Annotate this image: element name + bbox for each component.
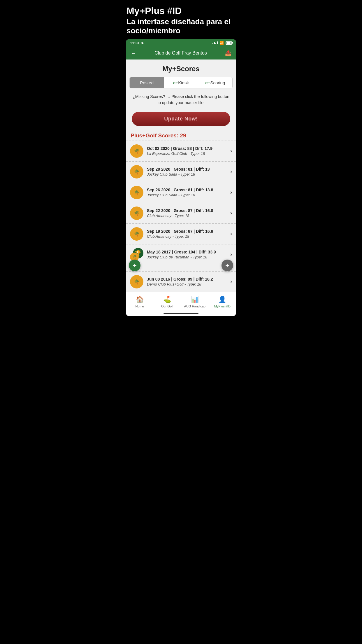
score-sub: Demo Club Plus+Golf - Type: 18 — [147, 282, 227, 286]
battery-fill — [226, 42, 231, 44]
wifi-icon: 📶 — [219, 41, 224, 45]
hero-subtitle: La interfase diseñada para el socio/miem… — [126, 17, 236, 35]
avatar: 🌴 — [130, 275, 143, 288]
update-now-button[interactable]: Update Now! — [132, 112, 230, 126]
avatar-group: 🏆 🌴 — [130, 248, 143, 261]
signal-bars — [212, 41, 218, 44]
avatar: 🌴 — [130, 206, 143, 220]
score-main: Sep 26 2020 | Gross: 81 | Diff: 13.8 — [147, 188, 227, 192]
score-sub: Club Amancay - Type: 18 — [147, 214, 227, 218]
tab-kiosk-prefix: e+ — [173, 80, 178, 85]
tab-scoring-label: Scoring — [210, 80, 225, 85]
tab-scoring-prefix: e+ — [205, 80, 210, 85]
scores-header: Plus+Golf Scores: 29 — [126, 130, 236, 141]
score-info: Jun 08 2016 | Gross: 89 | Diff: 18.2 Dem… — [147, 277, 227, 286]
main-content: My+Scores Posted e+Kiosk e+Scoring ¿Miss… — [126, 60, 236, 292]
signal-bar-2 — [214, 42, 215, 44]
score-sub: Jockey Club de Tucuman - Type: 18 — [147, 255, 227, 259]
list-item[interactable]: 🌴 Sep 28 2020 | Gross: 81 | Diff: 13 Joc… — [126, 161, 236, 182]
missing-notice: ¿Missing Scores? … Please click the foll… — [126, 91, 236, 108]
tab-kiosk[interactable]: e+Kiosk — [164, 77, 198, 88]
score-sub: Club Amancay - Type: 18 — [147, 234, 227, 239]
list-item[interactable]: 🌴 Jun 08 2016 | Gross: 89 | Diff: 18.2 D… — [126, 271, 236, 292]
nav-bar: ← Club de Golf Fray Bentos 📤 — [126, 47, 236, 60]
nav-item-handicap[interactable]: 📊 AUG Handicap — [181, 295, 209, 309]
signal-bar-1 — [212, 43, 213, 44]
list-item[interactable]: 🌴 Sep 22 2020 | Gross: 87 | Diff: 16.8 C… — [126, 203, 236, 223]
score-main: Sep 28 2020 | Gross: 81 | Diff: 13 — [147, 167, 227, 172]
chevron-right-icon: › — [230, 189, 232, 195]
status-right: 📶 — [212, 41, 232, 45]
svg-text:🌴: 🌴 — [134, 231, 140, 237]
score-list: 🌴 Oct 02 2020 | Gross: 88 | Diff: 17.9 L… — [126, 141, 236, 292]
tabs-container: Posted e+Kiosk e+Scoring — [129, 77, 233, 88]
list-item[interactable]: 🌴 Sep 19 2020 | Gross: 87 | Diff: 16.8 C… — [126, 223, 236, 244]
chevron-right-icon: › — [230, 148, 232, 154]
score-sub: Jockey Club Salta - Type: 18 — [147, 172, 227, 176]
profile-icon: 👤 — [218, 296, 226, 303]
list-item[interactable]: 🌴 Oct 02 2020 | Gross: 88 | Diff: 17.9 L… — [126, 141, 236, 161]
avatar: 🌴 — [130, 144, 143, 158]
handicap-icon: 📊 — [191, 296, 199, 303]
score-info: Sep 28 2020 | Gross: 81 | Diff: 13 Jocke… — [147, 167, 227, 176]
nav-item-myplus[interactable]: 👤 MyPlus #ID — [209, 295, 236, 309]
avatar: 🌴 — [130, 227, 143, 241]
home-icon: 🏠 — [136, 296, 144, 303]
tab-scoring[interactable]: e+Scoring — [198, 77, 232, 88]
nav-item-our-golf[interactable]: ⛳ Our Golf — [154, 295, 181, 309]
list-item[interactable]: 🏆 🌴 May 18 2017 | Gross: 104 | Diff: 33.… — [126, 244, 236, 265]
score-info: May 18 2017 | Gross: 104 | Diff: 33.9 Jo… — [147, 250, 227, 259]
fab-add-button[interactable]: + — [129, 260, 140, 271]
tab-posted-label: Posted — [140, 80, 154, 85]
chevron-right-icon: › — [230, 231, 232, 237]
back-button[interactable]: ← — [131, 50, 136, 57]
list-item[interactable]: 🌴 Sep 26 2020 | Gross: 81 | Diff: 13.8 J… — [126, 182, 236, 203]
score-info: Sep 22 2020 | Gross: 87 | Diff: 16.8 Clu… — [147, 208, 227, 218]
nav-item-home[interactable]: 🏠 Home — [126, 295, 154, 309]
svg-text:🌴: 🌴 — [134, 169, 140, 174]
score-main: Oct 02 2020 | Gross: 88 | Diff: 17.9 — [147, 146, 227, 151]
score-sub: Jockey Club Salta - Type: 18 — [147, 193, 227, 197]
score-main: Sep 19 2020 | Gross: 87 | Diff: 16.8 — [147, 229, 227, 234]
nav-label-home: Home — [136, 304, 144, 308]
avatar: 🌴 — [130, 186, 143, 199]
score-info: Oct 02 2020 | Gross: 88 | Diff: 17.9 La … — [147, 146, 227, 156]
chevron-right-icon: › — [230, 169, 232, 175]
nav-label-myplus: MyPlus #ID — [214, 304, 231, 308]
score-main: Sep 22 2020 | Gross: 87 | Diff: 16.8 — [147, 208, 227, 213]
score-main: Jun 08 2016 | Gross: 89 | Diff: 18.2 — [147, 277, 227, 281]
status-left: 11:31 ➤ — [130, 41, 144, 45]
score-info: Sep 19 2020 | Gross: 87 | Diff: 16.8 Clu… — [147, 229, 227, 239]
chevron-right-icon: › — [230, 279, 232, 285]
bottom-nav: 🏠 Home ⛳ Our Golf 📊 AUG Handicap 👤 MyPlu… — [126, 292, 236, 310]
page-title: My+Scores — [126, 60, 236, 77]
hero-title: My+Plus #ID — [126, 6, 236, 16]
chevron-right-icon: › — [230, 251, 232, 258]
golf-icon: ⛳ — [163, 296, 171, 303]
nav-label-handicap: AUG Handicap — [184, 304, 205, 308]
chevron-right-icon: › — [230, 210, 232, 216]
signal-bar-4 — [217, 41, 218, 44]
nav-label-our-golf: Our Golf — [161, 304, 173, 308]
hero-section: My+Plus #ID La interfase diseñada para e… — [121, 0, 241, 39]
tab-kiosk-label: Kiosk — [178, 80, 189, 85]
home-indicator-bar — [164, 313, 198, 314]
status-bar: 11:31 ➤ 📶 — [126, 39, 236, 47]
time-display: 11:31 — [130, 41, 140, 45]
signal-bar-3 — [215, 43, 216, 44]
tab-posted[interactable]: Posted — [130, 77, 164, 88]
battery-icon — [226, 41, 232, 45]
avatar: 🌴 — [130, 165, 143, 178]
page-wrapper: My+Plus #ID La interfase diseñada para e… — [121, 0, 241, 316]
logout-icon[interactable]: 📤 — [225, 50, 231, 56]
location-icon: ➤ — [141, 41, 144, 45]
score-sub: La Esperanza Golf Club - Type: 18 — [147, 151, 227, 156]
svg-text:🌴: 🌴 — [134, 190, 140, 195]
svg-text:🌴: 🌴 — [134, 279, 140, 284]
fab-action-button[interactable]: + — [222, 260, 233, 271]
home-indicator — [126, 310, 236, 316]
score-info: Sep 26 2020 | Gross: 81 | Diff: 13.8 Joc… — [147, 188, 227, 197]
score-main: May 18 2017 | Gross: 104 | Diff: 33.9 — [147, 250, 227, 254]
phone-frame: 11:31 ➤ 📶 ← Club de Golf Fray Bentos — [126, 39, 236, 316]
svg-text:🌴: 🌴 — [134, 148, 140, 154]
